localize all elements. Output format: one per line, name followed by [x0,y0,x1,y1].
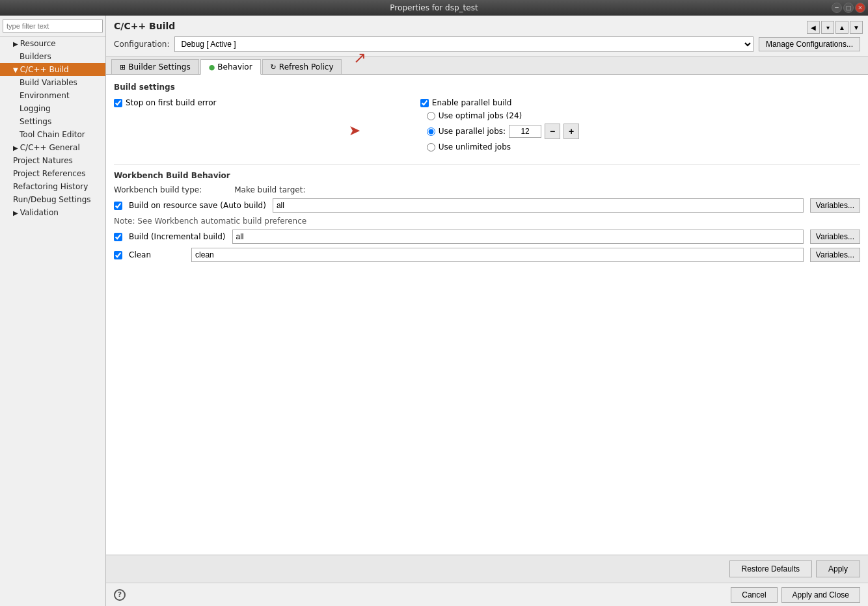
back-button[interactable]: ◀ [807,21,820,34]
sidebar-item-project-natures[interactable]: Project Natures [0,154,105,167]
use-parallel-row: Use parallel jobs: − + ➤ [427,124,860,139]
content-wrapper: C/C++ Build Configuration: Debug [ Activ… [106,16,868,606]
clean-target-input[interactable] [191,248,804,262]
enable-parallel-row: Enable parallel build [420,98,860,107]
footer-right: Restore Defaults Apply [729,560,860,577]
sidebar-item-run-debug-settings[interactable]: Run/Debug Settings [0,193,105,206]
maximize-button[interactable]: □ [843,3,854,13]
sidebar-item-cpp-general[interactable]: ▶ C/C++ General [0,141,105,154]
incremental-checkbox[interactable] [114,233,122,241]
annotation-arrow-2: ➤ [349,122,360,138]
cancel-button[interactable]: Cancel [731,587,777,603]
nav-up-button[interactable]: ▲ [835,21,848,34]
incremental-target-input[interactable] [232,230,804,244]
workbench-section: Workbench Build Behavior Workbench build… [114,164,860,262]
clean-label: Clean [129,250,151,259]
nav-controls: ◀ ▾ ▲ ▼ [807,21,863,34]
title-bar: Properties for dsp_test ─ □ ✕ [0,0,868,16]
manage-configurations-button[interactable]: Manage Configurations... [759,37,860,51]
sidebar-item-label: Project References [13,169,86,178]
sidebar-item-label: Validation [20,208,59,217]
sidebar-item-refactoring-history[interactable]: Refactoring History [0,180,105,193]
sidebar-item-validation[interactable]: ▶ Validation [0,206,105,219]
apply-button[interactable]: Apply [816,560,860,577]
tab-refresh-policy[interactable]: ↻ Refresh Policy [262,59,342,74]
apply-and-close-button[interactable]: Apply and Close [781,587,860,603]
close-button[interactable]: ✕ [855,3,865,13]
use-unlimited-row: Use unlimited jobs [427,142,860,152]
auto-build-checkbox[interactable] [114,202,122,210]
content-title: C/C++ Build [114,21,860,31]
refresh-icon: ↻ [271,63,277,72]
incremental-variables-button[interactable]: Variables... [810,230,860,244]
help-icon[interactable]: ? [114,589,126,601]
sidebar-item-label: Tool Chain Editor [20,130,85,139]
window-controls: ─ □ ✕ [832,3,865,13]
minimize-button[interactable]: ─ [832,3,842,13]
use-unlimited-radio[interactable] [427,143,435,152]
incremental-label: Build (Incremental build) [129,232,226,241]
behavior-icon: ● [209,63,215,72]
note-text: Note: See Workbench automatic build pref… [114,217,860,226]
auto-build-row: Build on resource save (Auto build) Vari… [114,198,860,213]
config-select[interactable]: Debug [ Active ] [174,36,753,52]
clean-row: Clean Variables... [114,248,860,262]
sidebar-item-label: C/C++ General [20,143,80,152]
wb-type-row: Workbench build type: Make build target: [114,185,860,194]
wb-type-label: Workbench build type: [114,185,202,194]
sidebar-item-cpp-build[interactable]: ▼ C/C++ Build [0,63,105,76]
workbench-header: Workbench Build Behavior [114,171,860,180]
arrow-icon: ▶ [13,209,18,217]
sidebar-item-label: Resource [20,39,56,48]
tab-label: Builder Settings [128,62,190,72]
arrow-icon: ▶ [13,40,18,47]
sidebar-item-build-variables[interactable]: Build Variables [0,76,105,89]
parallel-options-group: Use optimal jobs (24) Use parallel jobs:… [427,111,860,152]
clean-checkbox[interactable] [114,251,122,259]
use-optimal-row: Use optimal jobs (24) [427,111,860,120]
filter-input[interactable] [3,20,103,33]
tabs-row: ⊞ Builder Settings ● Behavior ↻ Refresh … [106,57,868,75]
main-panel: Build settings Stop on first build error… [106,75,868,555]
nav-down-button[interactable]: ▼ [850,21,863,34]
annotation-arrow-1: ↙ [353,49,366,68]
sidebar-item-tool-chain-editor[interactable]: Tool Chain Editor [0,128,105,141]
restore-defaults-button[interactable]: Restore Defaults [729,560,812,577]
stop-on-error-row: Stop on first build error [114,98,407,107]
use-optimal-radio[interactable] [427,112,435,120]
tab-label: Refresh Policy [279,62,334,72]
auto-build-label: Build on resource save (Auto build) [129,201,266,210]
right-settings: Enable parallel build Use optimal jobs (… [420,98,860,155]
sidebar-item-label: Refactoring History [13,182,88,191]
clean-variables-button[interactable]: Variables... [810,248,860,262]
builder-settings-icon: ⊞ [120,63,126,72]
forward-dropdown-button[interactable]: ▾ [821,21,834,34]
sidebar-item-builders[interactable]: Builders [0,50,105,63]
sidebar-item-label: Environment [20,91,70,100]
sidebar-item-resource[interactable]: ▶ Resource [0,37,105,50]
parallel-jobs-input[interactable] [509,125,541,138]
tab-behavior[interactable]: ● Behavior [200,59,261,75]
enable-parallel-label: Enable parallel build [432,98,512,107]
left-settings: Stop on first build error [114,98,407,155]
tab-builder-settings[interactable]: ⊞ Builder Settings [111,59,199,74]
enable-parallel-checkbox[interactable] [420,99,429,107]
content-header: C/C++ Build Configuration: Debug [ Activ… [106,16,868,57]
jobs-decrement-button[interactable]: − [545,124,560,139]
stop-on-error-checkbox[interactable] [114,99,122,107]
sidebar-item-environment[interactable]: Environment [0,89,105,102]
sidebar-item-settings[interactable]: Settings [0,115,105,128]
bottom-bar: ? Cancel Apply and Close [106,583,868,606]
use-unlimited-label: Use unlimited jobs [439,142,511,152]
sidebar-item-logging[interactable]: Logging [0,102,105,115]
sidebar-item-project-references[interactable]: Project References [0,167,105,180]
auto-build-target-input[interactable] [273,198,804,213]
sidebar-item-label: Settings [20,117,51,126]
jobs-increment-button[interactable]: + [563,124,579,139]
footer-bar: Restore Defaults Apply [106,555,868,583]
config-row: Configuration: Debug [ Active ] Manage C… [114,36,860,52]
use-parallel-label: Use parallel jobs: [439,127,506,136]
auto-build-variables-button[interactable]: Variables... [810,198,860,213]
build-settings-row: Stop on first build error Enable paralle… [114,98,860,155]
use-parallel-radio[interactable] [427,127,435,136]
